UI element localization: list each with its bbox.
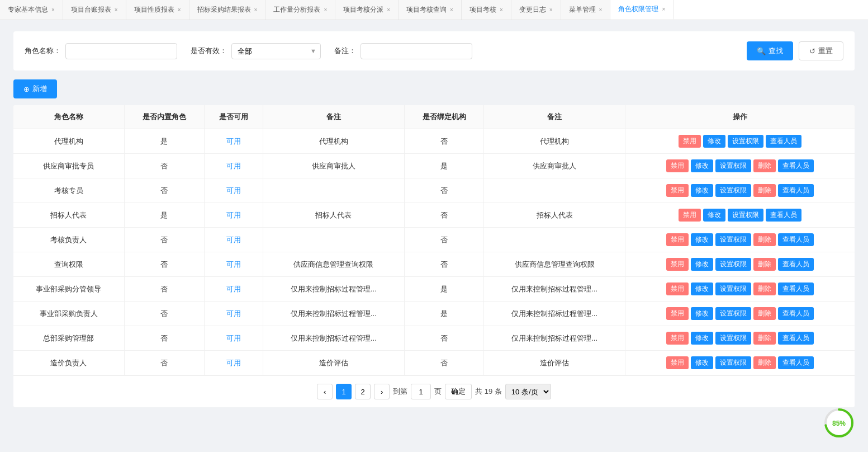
action-buttons: 禁用修改设置权限删除查看人员 <box>631 159 849 172</box>
edit-button[interactable]: 修改 <box>691 159 713 172</box>
edit-button[interactable]: 修改 <box>691 233 713 246</box>
page-1-button[interactable]: 1 <box>336 384 352 399</box>
edit-button[interactable]: 修改 <box>691 332 713 345</box>
set-permission-button[interactable]: 设置权限 <box>715 258 751 271</box>
disable-button[interactable]: 禁用 <box>666 356 689 369</box>
table-cell: 可用 <box>204 203 263 228</box>
delete-button[interactable]: 删除 <box>753 282 776 295</box>
table-cell: 造价评估 <box>263 351 404 375</box>
is-valid-select[interactable]: 全部是否 <box>231 43 321 59</box>
set-permission-button[interactable]: 设置权限 <box>715 184 751 197</box>
tab-item-change-log[interactable]: 变更日志× <box>511 0 561 20</box>
actions-cell: 禁用修改设置权限删除查看人员 <box>625 154 855 178</box>
actions-cell: 禁用修改设置权限删除查看人员 <box>625 178 855 203</box>
prev-page-button[interactable]: ‹ <box>317 384 333 399</box>
set-permission-button[interactable]: 设置权限 <box>715 159 751 172</box>
tab-item-project-ledger[interactable]: 项目台账报表× <box>63 0 126 20</box>
delete-button[interactable]: 删除 <box>753 184 776 197</box>
set-permission-button[interactable]: 设置权限 <box>728 209 763 222</box>
edit-button[interactable]: 修改 <box>703 135 725 148</box>
tab-label: 角色权限管理 <box>618 4 658 14</box>
reset-button[interactable]: ↺ 重置 <box>799 41 843 60</box>
tab-item-project-review-assign[interactable]: 项目考核分派× <box>335 0 399 20</box>
add-button[interactable]: ⊕ 新增 <box>13 79 57 98</box>
view-people-button[interactable]: 查看人员 <box>778 258 814 271</box>
disable-button[interactable]: 禁用 <box>666 307 689 320</box>
view-people-button[interactable]: 查看人员 <box>778 307 814 320</box>
delete-button[interactable]: 删除 <box>753 332 776 345</box>
disable-button[interactable]: 禁用 <box>679 135 701 148</box>
tab-item-bid-result[interactable]: 招标采购结果报表× <box>189 0 266 20</box>
tab-close-icon[interactable]: × <box>662 6 665 12</box>
disable-button[interactable]: 禁用 <box>679 209 701 222</box>
view-people-button[interactable]: 查看人员 <box>778 159 814 172</box>
table-row: 查询权限否可用供应商信息管理查询权限否供应商信息管理查询权限禁用修改设置权限删除… <box>13 252 855 277</box>
view-people-button[interactable]: 查看人员 <box>778 356 814 369</box>
tab-item-project-review-query[interactable]: 项目考核查询× <box>399 0 462 20</box>
page-2-button[interactable]: 2 <box>355 384 371 399</box>
delete-button[interactable]: 删除 <box>753 159 776 172</box>
delete-button[interactable]: 删除 <box>753 307 776 320</box>
tab-item-role-permission[interactable]: 角色权限管理× <box>610 0 673 20</box>
set-permission-button[interactable]: 设置权限 <box>728 135 763 148</box>
tab-close-icon[interactable]: × <box>51 7 55 13</box>
set-permission-button[interactable]: 设置权限 <box>715 332 751 345</box>
tab-item-expert[interactable]: 专家基本信息× <box>0 0 63 20</box>
tab-close-icon[interactable]: × <box>549 7 553 13</box>
disable-button[interactable]: 禁用 <box>666 159 689 172</box>
disable-button[interactable]: 禁用 <box>666 332 689 345</box>
tab-close-icon[interactable]: × <box>178 7 181 13</box>
tab-item-workload[interactable]: 工作量分析报表× <box>265 0 335 20</box>
tab-item-project-nature[interactable]: 项目性质报表× <box>126 0 189 20</box>
tab-close-icon[interactable]: × <box>500 7 503 13</box>
tab-close-icon[interactable]: × <box>450 7 453 13</box>
search-button[interactable]: 🔍 查找 <box>747 41 793 60</box>
disable-button[interactable]: 禁用 <box>666 233 689 246</box>
tab-close-icon[interactable]: × <box>599 7 603 13</box>
set-permission-button[interactable]: 设置权限 <box>715 307 751 320</box>
table-cell: 代理机构 <box>484 129 625 154</box>
edit-button[interactable]: 修改 <box>703 209 725 222</box>
edit-button[interactable]: 修改 <box>691 282 713 295</box>
tab-item-project-review[interactable]: 项目考核× <box>462 0 511 20</box>
actions-cell: 禁用修改设置权限查看人员 <box>625 203 855 228</box>
next-page-button[interactable]: › <box>374 384 390 399</box>
table-cell: 否 <box>124 302 204 326</box>
disable-button[interactable]: 禁用 <box>666 184 689 197</box>
goto-confirm-button[interactable]: 确定 <box>445 384 472 399</box>
tab-close-icon[interactable]: × <box>115 7 118 13</box>
delete-button[interactable]: 删除 <box>753 356 776 369</box>
view-people-button[interactable]: 查看人员 <box>778 332 814 345</box>
view-people-button[interactable]: 查看人员 <box>778 184 814 197</box>
page-size-select[interactable]: 10 条/页20 条/页50 条/页 <box>505 384 551 399</box>
goto-input[interactable] <box>411 384 431 399</box>
view-people-button[interactable]: 查看人员 <box>766 209 801 222</box>
view-people-button[interactable]: 查看人员 <box>778 233 814 246</box>
is-valid-form-item: 是否有效： 全部是否 ▼ <box>191 43 321 59</box>
edit-button[interactable]: 修改 <box>691 307 713 320</box>
action-buttons: 禁用修改设置权限删除查看人员 <box>631 233 849 246</box>
table-cell: 否 <box>404 326 484 351</box>
set-permission-button[interactable]: 设置权限 <box>715 356 751 369</box>
tab-close-icon[interactable]: × <box>387 7 390 13</box>
view-people-button[interactable]: 查看人员 <box>766 135 801 148</box>
set-permission-button[interactable]: 设置权限 <box>715 233 751 246</box>
remark-input[interactable] <box>361 43 472 59</box>
table-cell: 可用 <box>204 129 263 154</box>
view-people-button[interactable]: 查看人员 <box>778 282 814 295</box>
table-cell: 招标人代表 <box>13 203 124 228</box>
edit-button[interactable]: 修改 <box>691 184 713 197</box>
role-name-input[interactable] <box>65 43 177 59</box>
tab-close-icon[interactable]: × <box>324 7 327 13</box>
delete-button[interactable]: 删除 <box>753 258 776 271</box>
pagination: ‹ 1 2 › 到第 页 确定 共 19 条 10 条/页20 条/页50 条/… <box>13 375 855 407</box>
disable-button[interactable]: 禁用 <box>666 258 689 271</box>
footer: CSDN @微服务技术分享 <box>0 450 868 452</box>
set-permission-button[interactable]: 设置权限 <box>715 282 751 295</box>
delete-button[interactable]: 删除 <box>753 233 776 246</box>
tab-item-menu-manage[interactable]: 菜单管理× <box>561 0 611 20</box>
tab-close-icon[interactable]: × <box>254 7 258 13</box>
edit-button[interactable]: 修改 <box>691 258 713 271</box>
edit-button[interactable]: 修改 <box>691 356 713 369</box>
disable-button[interactable]: 禁用 <box>666 282 689 295</box>
